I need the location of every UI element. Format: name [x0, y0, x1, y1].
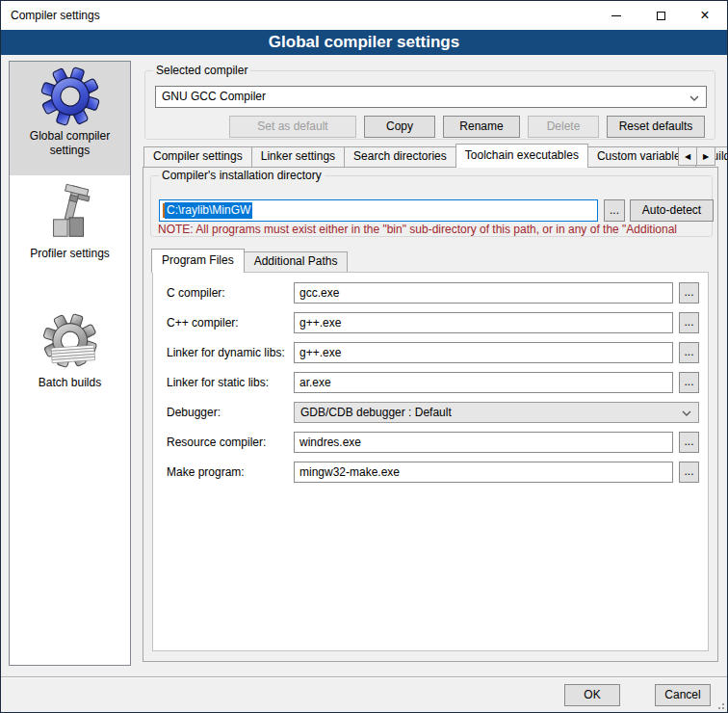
cancel-button[interactable]: Cancel [655, 684, 711, 706]
compiler-select-value: GNU GCC Compiler [162, 90, 266, 103]
tab-scroll-left-button[interactable]: ◀ [678, 146, 697, 166]
bin-subdirectory-note: NOTE: All programs must exist either in … [158, 223, 715, 236]
debugger-select-value: GDB/CDB debugger : Default [300, 406, 452, 419]
field-label: Linker for dynamic libs: [167, 342, 285, 363]
window-controls: × [594, 1, 727, 30]
settings-category-list: Global compiler settings Profiler settin… [9, 61, 131, 666]
triangle-left-icon: ◀ [685, 152, 690, 161]
dynamic-linker-input[interactable]: g++.exe [294, 342, 673, 363]
window-title: Compiler settings [11, 1, 100, 30]
field-label: C compiler: [167, 282, 225, 304]
group-legend: Compiler's installation directory [159, 169, 325, 183]
resource-compiler-browse-button[interactable]: ... [679, 432, 699, 453]
toolchain-executables-panel: Compiler's installation directory C:\ray… [143, 167, 718, 662]
cpp-compiler-input[interactable]: g++.exe [294, 312, 673, 333]
tab-program-files[interactable]: Program Files [151, 249, 245, 273]
sidebar-item-label: Global compiler settings [10, 127, 130, 162]
static-linker-input[interactable]: ar.exe [294, 372, 673, 393]
grip-dot [722, 707, 724, 709]
tab-linker-settings[interactable]: Linker settings [251, 146, 345, 167]
tab-toolchain-executables[interactable]: Toolchain executables [455, 144, 588, 168]
delete-button[interactable]: Delete [528, 116, 599, 138]
caliper-icon [40, 183, 100, 245]
field-label: C++ compiler: [167, 312, 239, 333]
debugger-select[interactable]: GDB/CDB debugger : Default [294, 402, 699, 423]
resource-compiler-input[interactable]: windres.exe [294, 432, 673, 453]
sidebar-item-global-compiler-settings[interactable]: Global compiler settings [10, 62, 130, 175]
cpp-compiler-browse-button[interactable]: ... [679, 312, 699, 333]
compiler-actions: Set as default Copy Rename Delete Reset … [229, 116, 705, 138]
field-row-c-compiler: C compiler: gcc.exe ... [153, 282, 708, 304]
field-label: Resource compiler: [167, 432, 266, 453]
field-row-dynamic-linker: Linker for dynamic libs: g++.exe ... [153, 342, 708, 363]
c-compiler-input[interactable]: gcc.exe [294, 282, 673, 304]
ok-button[interactable]: OK [564, 684, 620, 706]
page-title: Global compiler settings [1, 30, 727, 55]
field-label: Linker for static libs: [167, 372, 269, 393]
resize-grip[interactable] [715, 700, 724, 709]
auto-detect-button[interactable]: Auto-detect [630, 199, 714, 222]
gray-gear-stack-icon [40, 312, 100, 374]
program-files-tab-strip: Program Files Additional Paths [151, 249, 347, 272]
field-row-static-linker: Linker for static libs: ar.exe ... [153, 372, 708, 393]
close-button[interactable]: × [683, 1, 727, 30]
compiler-select[interactable]: GNU GCC Compiler [155, 86, 707, 108]
field-row-make-program: Make program: mingw32-make.exe ... [153, 462, 708, 483]
grip-dot [722, 703, 724, 705]
minimize-button[interactable] [594, 1, 638, 30]
settings-tab-strip: Compiler settings Linker settings Search… [143, 144, 728, 167]
field-row-cpp-compiler: C++ compiler: g++.exe ... [153, 312, 708, 333]
triangle-right-icon: ▶ [703, 152, 709, 161]
rename-button[interactable]: Rename [443, 116, 520, 138]
tab-search-directories[interactable]: Search directories [344, 146, 456, 167]
installation-directory-input[interactable]: C:\raylib\MinGW [159, 199, 598, 222]
set-as-default-button[interactable]: Set as default [229, 116, 356, 138]
sidebar-item-batch-builds[interactable]: Batch builds [10, 308, 130, 420]
field-label: Make program: [167, 462, 245, 483]
sidebar-item-label: Profiler settings [10, 245, 130, 265]
make-program-browse-button[interactable]: ... [679, 462, 699, 483]
blue-gear-icon [40, 66, 100, 127]
tab-compiler-settings[interactable]: Compiler settings [143, 146, 252, 167]
footer-divider-highlight [1, 677, 727, 678]
sidebar-item-label: Batch builds [10, 374, 130, 394]
selected-path-text: C:\raylib\MinGW [165, 202, 252, 219]
maximize-icon [657, 12, 665, 20]
group-legend: Selected compiler [153, 64, 250, 78]
compiler-settings-window: Compiler settings × Global compiler sett… [0, 0, 728, 713]
browse-directory-button[interactable]: ... [604, 199, 625, 222]
tab-additional-paths[interactable]: Additional Paths [244, 251, 349, 272]
reset-defaults-button[interactable]: Reset defaults [607, 116, 705, 138]
dynamic-linker-browse-button[interactable]: ... [679, 342, 699, 363]
sidebar-item-profiler-settings[interactable]: Profiler settings [10, 179, 130, 291]
program-files-page: C compiler: gcc.exe ... C++ compiler: g+… [152, 272, 709, 651]
static-linker-browse-button[interactable]: ... [679, 372, 699, 393]
chevron-down-icon [682, 410, 691, 416]
tab-scroll-buttons: ◀ ▶ [679, 146, 715, 166]
tab-scroll-right-button[interactable]: ▶ [696, 146, 715, 166]
make-program-input[interactable]: mingw32-make.exe [294, 462, 673, 483]
field-row-debugger: Debugger: GDB/CDB debugger : Default [153, 402, 708, 423]
title-bar: Compiler settings × [1, 1, 727, 30]
field-label: Debugger: [167, 402, 221, 423]
copy-button[interactable]: Copy [364, 116, 435, 138]
maximize-button[interactable] [638, 1, 683, 30]
selected-compiler-group: Selected compiler GNU GCC Compiler Set a… [144, 70, 715, 140]
chevron-down-icon [689, 95, 699, 101]
field-row-resource-compiler: Resource compiler: windres.exe ... [153, 432, 708, 453]
close-icon: × [700, 8, 709, 23]
grip-dot [718, 707, 720, 709]
c-compiler-browse-button[interactable]: ... [679, 282, 699, 304]
minimize-icon [611, 15, 621, 16]
